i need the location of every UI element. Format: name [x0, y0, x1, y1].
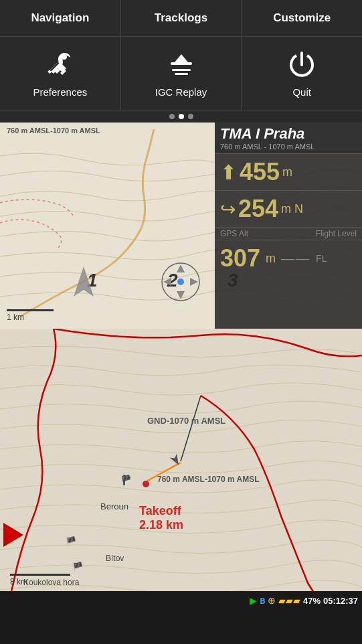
panel-location: TMA I Praha 760 m AMSL - 1070 m AMSL	[215, 123, 362, 154]
bluetooth-icon: ʙ	[260, 595, 265, 606]
svg-marker-2	[175, 54, 188, 62]
panel-bearing: ↪ 254 m N	[215, 191, 362, 228]
fl-label: Flight Level	[316, 229, 357, 238]
svg-point-17	[143, 481, 149, 487]
svg-rect-14	[0, 329, 362, 610]
dot-2[interactable]	[179, 114, 184, 119]
svg-marker-11	[177, 291, 185, 299]
panel-alt-values: 307 m —— FL	[215, 240, 362, 276]
flag-3: 🏴	[72, 562, 83, 572]
bearing-unit: m N	[281, 202, 303, 216]
play-icon	[165, 49, 197, 81]
icon-row: Preferences IGC Replay Quit	[0, 37, 362, 110]
dist-value: 455	[240, 158, 280, 186]
svg-rect-4	[175, 73, 188, 75]
preferences-label: Preferences	[33, 86, 87, 98]
igc-replay-button[interactable]: IGC Replay	[121, 37, 242, 110]
nav-cross[interactable]	[161, 262, 201, 302]
bearing-value: 254	[238, 195, 278, 223]
play-status-icon: ▶	[250, 595, 257, 606]
power-icon	[286, 49, 318, 81]
quit-button[interactable]: Quit	[242, 37, 362, 110]
beroun-label: Beroun	[100, 501, 128, 511]
top-nav-bar: Navigation Tracklogs Customize	[0, 0, 362, 37]
svg-rect-0	[48, 70, 52, 74]
flag-1: 🏴	[120, 475, 131, 485]
map-bottom[interactable]: GND-1070 m AMSL 760 m AMSL-1070 m AMSL B…	[0, 329, 362, 610]
svg-point-9	[177, 278, 184, 285]
scale-bar-bottom: 8 km	[10, 574, 70, 586]
battery-pct: 47%	[303, 596, 321, 606]
bearing-icon: ↪	[220, 198, 236, 220]
nav-item-navigation[interactable]: Navigation	[0, 0, 121, 36]
battery-icon: ▰▰▰	[278, 595, 300, 606]
svg-marker-12	[163, 278, 171, 286]
dot-1[interactable]	[169, 114, 175, 119]
dist-unit: m	[282, 165, 292, 179]
igc-replay-label: IGC Replay	[155, 86, 207, 98]
quit-label: Quit	[292, 86, 311, 98]
status-time: 05:12:37	[323, 596, 358, 606]
location-title: TMA I Praha	[220, 125, 357, 143]
dot-3[interactable]	[188, 114, 193, 119]
svg-marker-13	[190, 278, 198, 286]
scale-bar-top: 1 km	[7, 309, 54, 322]
bitov-label: Bítov	[106, 554, 124, 563]
fl-dashes: ——	[281, 251, 310, 266]
status-bar: ▶ ʙ ⊕ ▰▰▰ 47% 05:12:37	[0, 591, 362, 610]
gps-alt-value: 307	[220, 244, 260, 272]
topo-map-bottom	[0, 329, 362, 610]
compass-arrow	[74, 266, 94, 297]
amsl-label-bottom: 760 m AMSL-1070 m AMSL	[157, 475, 260, 484]
flag-2: 🏴	[66, 536, 76, 546]
takeoff-label-bottom: Takeoff 2.18 km	[139, 504, 183, 532]
svg-rect-1	[171, 62, 192, 65]
dist-icon: ⬆	[220, 161, 237, 184]
svg-rect-3	[172, 69, 191, 71]
fl-value: FL	[316, 253, 327, 264]
gps-icon: ⊕	[268, 595, 276, 606]
nav-item-customize[interactable]: Customize	[242, 0, 362, 36]
svg-marker-7	[74, 266, 94, 297]
map-top[interactable]: 760 m AMSL-1070 m AMSL 1 2 3 Takeoff 2.1…	[0, 123, 362, 329]
wrench-icon	[44, 49, 76, 81]
nav-item-tracklogs[interactable]: Tracklogs	[121, 0, 242, 36]
right-panel: TMA I Praha 760 m AMSL - 1070 m AMSL ⬆ 4…	[215, 123, 362, 329]
location-sub: 760 m AMSL - 1070 m AMSL	[220, 143, 357, 151]
svg-marker-10	[177, 264, 185, 272]
nav-label-navigation: Navigation	[31, 11, 89, 25]
panel-dist: ⬆ 455 m	[215, 154, 362, 191]
nav-label-customize: Customize	[273, 11, 331, 25]
panel-alt-labels: GPS Alt Flight Level	[215, 228, 362, 240]
gps-alt-label: GPS Alt	[220, 229, 248, 238]
page-dots	[0, 110, 362, 123]
gps-alt-unit: m	[266, 252, 276, 266]
preferences-button[interactable]: Preferences	[0, 37, 121, 110]
nav-label-tracklogs: Tracklogs	[155, 11, 207, 25]
red-triangle-bottom	[3, 523, 23, 547]
gnd-label: GND-1070 m AMSL	[147, 416, 225, 426]
amsl-label-top: 760 m AMSL-1070 m AMSL	[7, 127, 100, 135]
